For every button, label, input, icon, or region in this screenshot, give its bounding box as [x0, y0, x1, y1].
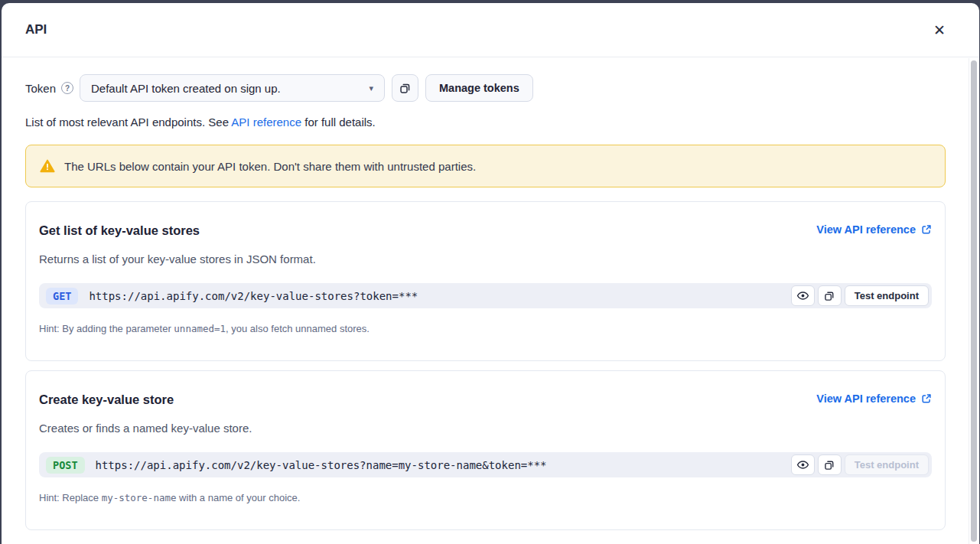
scrollbar-track: [969, 58, 978, 544]
view-api-reference-link[interactable]: View API reference: [816, 223, 932, 236]
help-icon[interactable]: ?: [61, 82, 73, 94]
scrollbar-thumb[interactable]: [971, 60, 977, 542]
manage-tokens-button[interactable]: Manage tokens: [425, 74, 533, 102]
chevron-down-icon: ▾: [370, 83, 374, 93]
eye-icon: [796, 289, 809, 302]
hint-before: Hint: Replace: [39, 492, 102, 503]
token-select-value: Default API token created on sign up.: [91, 82, 281, 95]
endpoint-url: https://api.apify.com/v2/key-value-store…: [89, 290, 790, 302]
card-link-label: View API reference: [816, 393, 916, 405]
api-reference-link[interactable]: API reference: [231, 116, 301, 129]
close-button[interactable]: ✕: [930, 20, 949, 41]
test-endpoint-button[interactable]: Test endpoint: [845, 285, 929, 306]
question-mark-glyph: ?: [65, 84, 70, 93]
endpoint-hint: Hint: By adding the parameter unnamed=1,…: [39, 323, 932, 334]
external-link-icon: [921, 393, 932, 404]
copy-icon: [824, 460, 835, 471]
test-endpoint-button[interactable]: Test endpoint: [845, 454, 929, 475]
hint-after: with a name of your choice.: [177, 492, 301, 503]
reveal-token-button[interactable]: [791, 454, 815, 475]
intro-before: List of most relevant API endpoints. See: [25, 116, 231, 129]
eye-icon: [796, 458, 809, 471]
endpoint-hint: Hint: Replace my-store-name with a name …: [39, 492, 932, 503]
external-link-icon: [921, 224, 932, 235]
copy-url-button[interactable]: [818, 285, 842, 306]
method-badge: GET: [46, 288, 78, 305]
token-row: Token ? Default API token created on sig…: [25, 74, 946, 102]
card-title: Get list of key-value stores: [39, 223, 200, 238]
card-head: Create key-value store View API referenc…: [39, 393, 932, 407]
warning-triangle-icon: [40, 158, 55, 174]
hint-after: , you also fetch unnamed stores.: [226, 323, 370, 334]
card-description: Creates or finds a named key-value store…: [39, 422, 932, 435]
intro-text: List of most relevant API endpoints. See…: [25, 116, 946, 129]
endpoint-url-row: GET https://api.apify.com/v2/key-value-s…: [39, 283, 932, 308]
endpoint-card-get-list: Get list of key-value stores View API re…: [25, 201, 946, 361]
endpoint-card-create-store: Create key-value store View API referenc…: [25, 370, 946, 530]
card-title: Create key-value store: [39, 393, 174, 407]
warning-banner: The URLs below contain your API token. D…: [25, 145, 946, 187]
card-head: Get list of key-value stores View API re…: [39, 223, 932, 238]
copy-icon: [399, 83, 411, 94]
hint-before: Hint: By adding the parameter: [39, 323, 174, 334]
endpoint-url: https://api.apify.com/v2/key-value-store…: [96, 459, 791, 471]
warning-text: The URLs below contain your API token. D…: [64, 160, 476, 173]
api-modal: API ✕ Token ? Default API token created …: [2, 3, 979, 544]
modal-body: Token ? Default API token created on sig…: [2, 58, 979, 544]
view-api-reference-link[interactable]: View API reference: [816, 393, 932, 405]
token-select[interactable]: Default API token created on sign up. ▾: [80, 74, 385, 102]
card-link-label: View API reference: [816, 223, 916, 236]
endpoint-url-row: POST https://api.apify.com/v2/key-value-…: [39, 452, 932, 477]
hint-code: my-store-name: [102, 492, 177, 503]
endpoint-actions: Test endpoint: [791, 454, 929, 475]
hint-code: unnamed=1: [174, 323, 226, 334]
method-badge: POST: [46, 457, 85, 474]
close-icon: ✕: [933, 22, 946, 38]
modal-header: API ✕: [2, 3, 979, 57]
copy-icon: [824, 291, 835, 301]
card-description: Returns a list of your key-value stores …: [39, 252, 932, 265]
endpoint-actions: Test endpoint: [791, 285, 929, 306]
reveal-token-button[interactable]: [791, 285, 815, 306]
copy-token-button[interactable]: [392, 74, 418, 102]
page-title: API: [25, 22, 47, 37]
token-label: Token: [25, 82, 56, 95]
intro-after: for full details.: [301, 116, 376, 129]
copy-url-button[interactable]: [818, 454, 842, 475]
